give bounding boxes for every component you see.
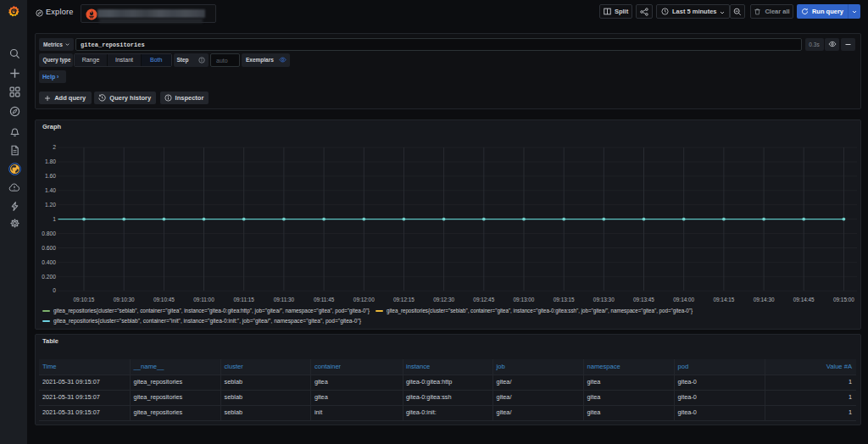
svg-text:gitea_repositories{cluster="se: gitea_repositories{cluster="seblab", con… — [53, 318, 362, 325]
svg-text:09:13:45: 09:13:45 — [633, 297, 654, 302]
svg-text:09:15:00: 09:15:00 — [833, 297, 854, 302]
svg-text:09:13:15: 09:13:15 — [554, 297, 575, 302]
svg-text:09:13:30: 09:13:30 — [593, 297, 615, 302]
svg-text:09:12:15: 09:12:15 — [393, 297, 415, 302]
svg-text:09:10:15: 09:10:15 — [74, 297, 95, 302]
svg-text:09:11:00: 09:11:00 — [193, 297, 214, 302]
svg-text:gitea_repositories{cluster="se: gitea_repositories{cluster="seblab", con… — [53, 308, 370, 314]
svg-text:0.200: 0.200 — [42, 274, 56, 280]
svg-text:09:14:30: 09:14:30 — [754, 297, 775, 302]
svg-text:gitea_repositories{cluster="se: gitea_repositories{cluster="seblab", con… — [387, 308, 693, 314]
svg-text:1: 1 — [53, 216, 56, 222]
svg-text:0.600: 0.600 — [42, 245, 56, 251]
svg-text:1.80: 1.80 — [45, 158, 56, 164]
svg-text:0: 0 — [53, 287, 56, 293]
svg-text:1.60: 1.60 — [45, 173, 56, 179]
svg-text:09:10:30: 09:10:30 — [114, 297, 135, 302]
svg-text:09:13:00: 09:13:00 — [514, 297, 535, 302]
svg-text:09:14:00: 09:14:00 — [673, 297, 694, 302]
svg-text:09:14:15: 09:14:15 — [713, 297, 734, 302]
svg-text:09:12:30: 09:12:30 — [433, 297, 454, 302]
svg-text:1.40: 1.40 — [45, 187, 56, 193]
svg-text:09:11:45: 09:11:45 — [314, 297, 335, 302]
svg-text:09:11:15: 09:11:15 — [233, 297, 254, 302]
svg-text:09:12:45: 09:12:45 — [473, 297, 494, 302]
svg-text:0.800: 0.800 — [42, 230, 56, 236]
svg-text:1.20: 1.20 — [45, 202, 56, 208]
svg-text:09:11:30: 09:11:30 — [274, 297, 295, 302]
svg-text:09:12:00: 09:12:00 — [353, 297, 375, 302]
svg-text:0.400: 0.400 — [42, 259, 56, 265]
svg-text:2: 2 — [53, 144, 56, 150]
svg-text:09:10:45: 09:10:45 — [153, 297, 175, 302]
svg-text:09:14:45: 09:14:45 — [793, 297, 815, 302]
